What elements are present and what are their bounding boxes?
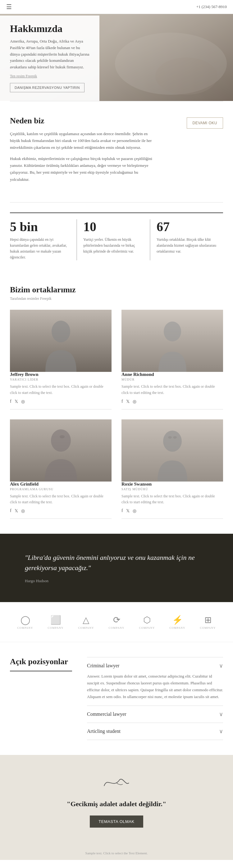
jobs-section: Açık pozisyonlar Criminal lawyer ∨ Answe… bbox=[0, 642, 233, 754]
twitter-icon[interactable]: 𝕏 bbox=[14, 508, 18, 514]
stat-item: 67 Yurtdışı ortaklıklar. Birçok ülke klü… bbox=[150, 219, 223, 261]
hero-section: Hakkımızda Amerika, Avrupa, Orta Doğu, A… bbox=[0, 14, 233, 101]
hero-image-credit[interactable]: Ten resim Freepik bbox=[10, 74, 37, 78]
logo-label-3: COMPANY bbox=[78, 626, 94, 629]
hero-description: Amerika, Avrupa, Orta Doğu, Afrika ve As… bbox=[10, 38, 89, 70]
partner-card: Roxie Swanson SATIŞ MÜDÜRÜ Sample text. … bbox=[121, 420, 223, 519]
facebook-icon[interactable]: f bbox=[121, 399, 123, 404]
partner-bio: Sample text. Click to select the text bo… bbox=[121, 493, 223, 505]
header: ☰ +1 (234) 567-8910 bbox=[0, 0, 233, 14]
logo-label-5: COMPANY bbox=[139, 626, 155, 629]
footer-quote-text: "Gecikmiş adalet adalet değildir." bbox=[10, 800, 223, 808]
stat-item: 5 bin Hepsi dünya çapındaki en iyi kurum… bbox=[10, 219, 77, 261]
instagram-icon[interactable]: ◎ bbox=[21, 508, 25, 514]
logo-item: ◯ COMPANY bbox=[17, 615, 33, 629]
twitter-icon[interactable]: 𝕏 bbox=[14, 399, 18, 404]
logo-icon-7: ⊞ bbox=[204, 615, 211, 625]
svg-point-8 bbox=[168, 436, 172, 439]
partner-role: PROGRAMLAMA GURUSU bbox=[10, 488, 112, 491]
partner-name: Anne Richmond bbox=[121, 372, 223, 377]
partner-card: Alex Grinfield PROGRAMLAMA GURUSU Sample… bbox=[10, 420, 112, 519]
bottom-note: Sample text. Click to select the Text El… bbox=[0, 846, 233, 860]
about-left: Neden biz Çeşitlilik, katılım ve çeşitli… bbox=[10, 116, 152, 187]
stat-item: 10 Yurtiçi yerler. Ülkenin en büyük şehi… bbox=[77, 219, 150, 261]
twitter-icon[interactable]: 𝕏 bbox=[126, 399, 129, 404]
quote-author: Hargo Hudson bbox=[25, 579, 208, 583]
partners-section: Bizim ortaklarımız Tarafından resimler F… bbox=[0, 275, 233, 534]
chevron-down-icon: ∨ bbox=[219, 662, 223, 669]
svg-point-4 bbox=[164, 321, 181, 341]
partner-role: SATIŞ MÜDÜRÜ bbox=[121, 488, 223, 491]
job-answer-criminal: Answer. Lorem ipsum dolor sit amet, cons… bbox=[87, 673, 223, 700]
instagram-icon[interactable]: ◎ bbox=[21, 399, 25, 404]
signature bbox=[10, 774, 223, 795]
partner-divider bbox=[121, 409, 223, 409]
svg-point-3 bbox=[52, 320, 70, 342]
logo-label-6: COMPANY bbox=[169, 626, 185, 629]
partners-subtitle: Tarafından resimler Freepik bbox=[10, 297, 223, 301]
stat-description: Yurtdışı ortaklıklar. Birçok ülke klüt a… bbox=[156, 237, 217, 255]
partner-divider bbox=[10, 409, 112, 409]
job-name-commercial: Commercial lawyer bbox=[87, 711, 126, 717]
logo-label-4: COMPANY bbox=[109, 626, 124, 629]
facebook-icon[interactable]: f bbox=[121, 508, 123, 514]
partner-photo bbox=[10, 310, 112, 372]
job-header-articling[interactable]: Articling student ∨ bbox=[87, 728, 223, 735]
svg-point-6 bbox=[60, 435, 65, 438]
logo-item: ⚡ COMPANY bbox=[169, 615, 185, 629]
stats-section: 5 bin Hepsi dünya çapındaki en iyi kurum… bbox=[0, 203, 233, 276]
twitter-icon[interactable]: 𝕏 bbox=[126, 508, 129, 514]
about-paragraph-1: Çeşitlilik, katılım ve çeşitlilik uygula… bbox=[10, 130, 152, 151]
stat-number: 67 bbox=[156, 219, 217, 234]
stat-number: 5 bin bbox=[10, 219, 70, 234]
logo-item: ⬡ COMPANY bbox=[139, 615, 155, 629]
logos-section: ◯ COMPANY ⬜ COMPANY △ COMPANY ⟳ COMPANY … bbox=[0, 602, 233, 642]
partner-social: f 𝕏 ◎ bbox=[10, 399, 112, 404]
chevron-down-icon: ∨ bbox=[219, 711, 223, 718]
instagram-icon[interactable]: ◎ bbox=[133, 508, 136, 514]
phone-number: +1 (234) 567-8910 bbox=[196, 4, 227, 9]
footer-quote-section: "Gecikmiş adalet adalet değildir." TEMAS… bbox=[0, 755, 233, 846]
partner-photo bbox=[10, 420, 112, 482]
facebook-icon[interactable]: f bbox=[10, 399, 11, 404]
partner-divider bbox=[121, 519, 223, 519]
facebook-icon[interactable]: f bbox=[10, 508, 11, 514]
partner-name: Jeffrey Brown bbox=[10, 372, 112, 377]
partner-divider bbox=[10, 519, 112, 519]
partner-role: MÜDÜR bbox=[121, 378, 223, 381]
jobs-title: Açık pozisyonlar bbox=[10, 657, 72, 666]
instagram-icon[interactable]: ◎ bbox=[133, 399, 136, 404]
job-header-criminal[interactable]: Criminal lawyer ∨ bbox=[87, 662, 223, 669]
logo-label-1: COMPANY bbox=[17, 626, 33, 629]
about-right: DEVAMI OKU bbox=[162, 116, 223, 129]
job-item-criminal: Criminal lawyer ∨ Answer. Lorem ipsum do… bbox=[87, 657, 223, 705]
job-name-criminal: Criminal lawyer bbox=[87, 663, 119, 669]
hero-title: Hakkımızda bbox=[10, 23, 89, 34]
partner-card: Jeffrey Brown YARATICI LİDER Sample text… bbox=[10, 310, 112, 409]
partners-title: Bizim ortaklarımız bbox=[10, 285, 223, 294]
quote-text: "Libra'da güvenin önemini anlıyoruz ve o… bbox=[25, 552, 208, 573]
jobs-divider bbox=[10, 671, 72, 671]
logo-label-2: COMPANY bbox=[48, 626, 63, 629]
job-item-articling: Articling student ∨ bbox=[87, 723, 223, 740]
hero-cta-button[interactable]: DANIŞMA REZERVASYONU YAPTIRIN bbox=[10, 83, 85, 92]
partner-photo bbox=[121, 310, 223, 372]
partner-name: Alex Grinfield bbox=[10, 482, 112, 487]
logo-icon-6: ⚡ bbox=[172, 615, 183, 625]
chevron-down-icon: ∨ bbox=[219, 728, 223, 735]
job-item-commercial: Commercial lawyer ∨ bbox=[87, 706, 223, 723]
partner-bio: Sample text. Click to select the text bo… bbox=[121, 384, 223, 396]
stats-row: 5 bin Hepsi dünya çapındaki en iyi kurum… bbox=[10, 213, 223, 261]
contact-button[interactable]: TEMASTA OLMAK bbox=[90, 815, 143, 828]
logo-icon-5: ⬡ bbox=[143, 615, 151, 625]
hero-overlay: Hakkımızda Amerika, Avrupa, Orta Doğu, A… bbox=[0, 16, 99, 101]
read-more-button[interactable]: DEVAMI OKU bbox=[187, 118, 223, 129]
hamburger-menu[interactable]: ☰ bbox=[6, 3, 12, 10]
jobs-left: Açık pozisyonlar bbox=[10, 657, 72, 671]
jobs-right: Criminal lawyer ∨ Answer. Lorem ipsum do… bbox=[87, 657, 223, 740]
logo-icon-3: △ bbox=[83, 615, 89, 625]
svg-point-7 bbox=[163, 431, 182, 452]
job-header-commercial[interactable]: Commercial lawyer ∨ bbox=[87, 711, 223, 718]
partner-social: f 𝕏 ◎ bbox=[10, 508, 112, 514]
partner-social: f 𝕏 ◎ bbox=[121, 399, 223, 404]
